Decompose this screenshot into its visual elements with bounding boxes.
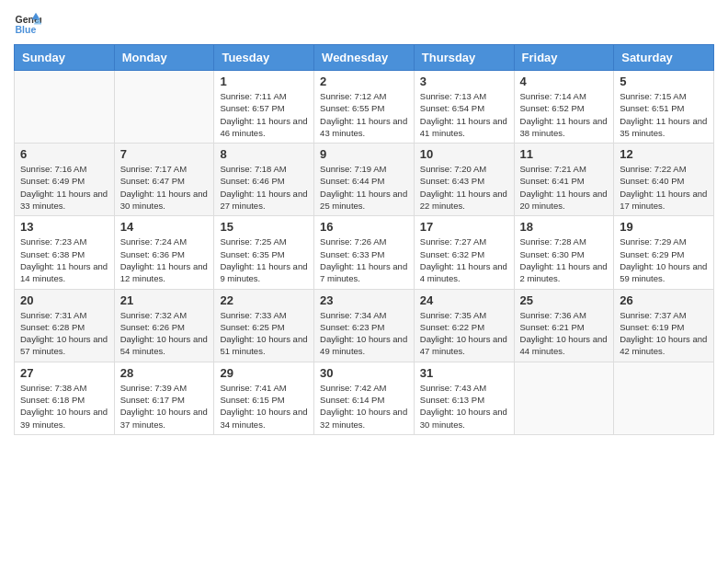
- weekday-tuesday: Tuesday: [214, 45, 314, 71]
- day-number: 18: [520, 220, 609, 234]
- day-number: 25: [520, 293, 609, 307]
- day-number: 5: [620, 75, 708, 88]
- day-info: Sunrise: 7:20 AM Sunset: 6:43 PM Dayligh…: [420, 163, 508, 212]
- day-info: Sunrise: 7:27 AM Sunset: 6:32 PM Dayligh…: [420, 236, 508, 284]
- week-row-4: 20Sunrise: 7:31 AM Sunset: 6:28 PM Dayli…: [15, 289, 714, 362]
- day-info: Sunrise: 7:29 AM Sunset: 6:29 PM Dayligh…: [620, 236, 708, 284]
- weekday-wednesday: Wednesday: [314, 45, 415, 71]
- calendar-cell: 6Sunrise: 7:16 AM Sunset: 6:49 PM Daylig…: [15, 144, 115, 216]
- day-number: 30: [320, 366, 408, 380]
- calendar-cell: 10Sunrise: 7:20 AM Sunset: 6:43 PM Dayli…: [414, 144, 514, 216]
- day-number: 11: [520, 147, 609, 161]
- calendar-cell: 28Sunrise: 7:39 AM Sunset: 6:17 PM Dayli…: [114, 362, 214, 434]
- day-number: 2: [320, 75, 408, 88]
- day-number: 21: [120, 293, 209, 307]
- weekday-thursday: Thursday: [414, 45, 514, 71]
- calendar-cell: 5Sunrise: 7:15 AM Sunset: 6:51 PM Daylig…: [614, 71, 714, 144]
- calendar-cell: 24Sunrise: 7:35 AM Sunset: 6:22 PM Dayli…: [414, 289, 514, 362]
- day-info: Sunrise: 7:42 AM Sunset: 6:14 PM Dayligh…: [320, 382, 408, 431]
- day-number: 13: [20, 220, 108, 234]
- day-info: Sunrise: 7:22 AM Sunset: 6:40 PM Dayligh…: [620, 163, 708, 212]
- week-row-5: 27Sunrise: 7:38 AM Sunset: 6:18 PM Dayli…: [15, 362, 714, 434]
- calendar-cell: 25Sunrise: 7:36 AM Sunset: 6:21 PM Dayli…: [514, 289, 614, 362]
- day-number: 22: [220, 293, 308, 307]
- day-number: 7: [120, 147, 209, 161]
- calendar-cell: [114, 71, 214, 144]
- week-row-3: 13Sunrise: 7:23 AM Sunset: 6:38 PM Dayli…: [15, 216, 714, 289]
- day-info: Sunrise: 7:12 AM Sunset: 6:55 PM Dayligh…: [320, 90, 408, 139]
- page-header: General Blue: [14, 9, 714, 37]
- calendar-cell: 30Sunrise: 7:42 AM Sunset: 6:14 PM Dayli…: [314, 362, 415, 434]
- day-info: Sunrise: 7:28 AM Sunset: 6:30 PM Dayligh…: [520, 236, 609, 284]
- day-number: 29: [220, 366, 308, 380]
- day-info: Sunrise: 7:32 AM Sunset: 6:26 PM Dayligh…: [120, 309, 209, 358]
- day-info: Sunrise: 7:14 AM Sunset: 6:52 PM Dayligh…: [520, 90, 609, 139]
- day-number: 28: [120, 366, 209, 380]
- calendar-cell: 13Sunrise: 7:23 AM Sunset: 6:38 PM Dayli…: [15, 216, 115, 289]
- day-info: Sunrise: 7:18 AM Sunset: 6:46 PM Dayligh…: [220, 163, 308, 212]
- svg-text:Blue: Blue: [16, 24, 37, 35]
- calendar-cell: 16Sunrise: 7:26 AM Sunset: 6:33 PM Dayli…: [314, 216, 415, 289]
- week-row-1: 1Sunrise: 7:11 AM Sunset: 6:57 PM Daylig…: [15, 71, 714, 144]
- calendar-cell: 8Sunrise: 7:18 AM Sunset: 6:46 PM Daylig…: [214, 144, 314, 216]
- calendar-cell: [514, 362, 614, 434]
- day-info: Sunrise: 7:25 AM Sunset: 6:35 PM Dayligh…: [220, 236, 308, 284]
- calendar-cell: 23Sunrise: 7:34 AM Sunset: 6:23 PM Dayli…: [314, 289, 415, 362]
- calendar-cell: 27Sunrise: 7:38 AM Sunset: 6:18 PM Dayli…: [15, 362, 115, 434]
- day-number: 4: [520, 75, 609, 88]
- day-number: 17: [420, 220, 508, 234]
- day-number: 16: [320, 220, 408, 234]
- day-info: Sunrise: 7:21 AM Sunset: 6:41 PM Dayligh…: [520, 163, 609, 212]
- day-info: Sunrise: 7:31 AM Sunset: 6:28 PM Dayligh…: [20, 309, 108, 358]
- weekday-monday: Monday: [114, 45, 214, 71]
- day-info: Sunrise: 7:33 AM Sunset: 6:25 PM Dayligh…: [220, 309, 308, 358]
- day-info: Sunrise: 7:13 AM Sunset: 6:54 PM Dayligh…: [420, 90, 508, 139]
- day-info: Sunrise: 7:16 AM Sunset: 6:49 PM Dayligh…: [20, 163, 108, 212]
- weekday-sunday: Sunday: [15, 45, 115, 71]
- calendar-cell: [15, 71, 115, 144]
- day-number: 14: [120, 220, 209, 234]
- calendar-cell: 7Sunrise: 7:17 AM Sunset: 6:47 PM Daylig…: [114, 144, 214, 216]
- day-info: Sunrise: 7:26 AM Sunset: 6:33 PM Dayligh…: [320, 236, 408, 284]
- calendar-cell: 4Sunrise: 7:14 AM Sunset: 6:52 PM Daylig…: [514, 71, 614, 144]
- day-number: 6: [20, 147, 108, 161]
- week-row-2: 6Sunrise: 7:16 AM Sunset: 6:49 PM Daylig…: [15, 144, 714, 216]
- day-number: 3: [420, 75, 508, 88]
- day-number: 9: [320, 147, 408, 161]
- day-number: 23: [320, 293, 408, 307]
- day-info: Sunrise: 7:19 AM Sunset: 6:44 PM Dayligh…: [320, 163, 408, 212]
- day-number: 31: [420, 366, 508, 380]
- weekday-saturday: Saturday: [614, 45, 714, 71]
- day-number: 24: [420, 293, 508, 307]
- calendar-cell: 15Sunrise: 7:25 AM Sunset: 6:35 PM Dayli…: [214, 216, 314, 289]
- calendar-cell: 19Sunrise: 7:29 AM Sunset: 6:29 PM Dayli…: [614, 216, 714, 289]
- day-number: 27: [20, 366, 108, 380]
- calendar-cell: 2Sunrise: 7:12 AM Sunset: 6:55 PM Daylig…: [314, 71, 415, 144]
- calendar-cell: 14Sunrise: 7:24 AM Sunset: 6:36 PM Dayli…: [114, 216, 214, 289]
- calendar-table: SundayMondayTuesdayWednesdayThursdayFrid…: [14, 44, 714, 435]
- day-info: Sunrise: 7:43 AM Sunset: 6:13 PM Dayligh…: [420, 382, 508, 431]
- weekday-header-row: SundayMondayTuesdayWednesdayThursdayFrid…: [15, 45, 714, 71]
- day-info: Sunrise: 7:39 AM Sunset: 6:17 PM Dayligh…: [120, 382, 209, 431]
- day-info: Sunrise: 7:11 AM Sunset: 6:57 PM Dayligh…: [220, 90, 308, 139]
- logo-icon: General Blue: [14, 9, 41, 37]
- calendar-cell: 26Sunrise: 7:37 AM Sunset: 6:19 PM Dayli…: [614, 289, 714, 362]
- calendar-cell: 17Sunrise: 7:27 AM Sunset: 6:32 PM Dayli…: [414, 216, 514, 289]
- day-number: 8: [220, 147, 308, 161]
- day-number: 10: [420, 147, 508, 161]
- day-info: Sunrise: 7:37 AM Sunset: 6:19 PM Dayligh…: [620, 309, 708, 358]
- day-number: 12: [620, 147, 708, 161]
- calendar-cell: [614, 362, 714, 434]
- day-number: 15: [220, 220, 308, 234]
- calendar-cell: 11Sunrise: 7:21 AM Sunset: 6:41 PM Dayli…: [514, 144, 614, 216]
- day-info: Sunrise: 7:17 AM Sunset: 6:47 PM Dayligh…: [120, 163, 209, 212]
- day-info: Sunrise: 7:24 AM Sunset: 6:36 PM Dayligh…: [120, 236, 209, 284]
- day-number: 1: [220, 75, 308, 88]
- calendar-cell: 21Sunrise: 7:32 AM Sunset: 6:26 PM Dayli…: [114, 289, 214, 362]
- day-info: Sunrise: 7:41 AM Sunset: 6:15 PM Dayligh…: [220, 382, 308, 431]
- day-info: Sunrise: 7:36 AM Sunset: 6:21 PM Dayligh…: [520, 309, 609, 358]
- day-number: 26: [620, 293, 708, 307]
- calendar-cell: 3Sunrise: 7:13 AM Sunset: 6:54 PM Daylig…: [414, 71, 514, 144]
- calendar-cell: 18Sunrise: 7:28 AM Sunset: 6:30 PM Dayli…: [514, 216, 614, 289]
- day-info: Sunrise: 7:23 AM Sunset: 6:38 PM Dayligh…: [20, 236, 108, 284]
